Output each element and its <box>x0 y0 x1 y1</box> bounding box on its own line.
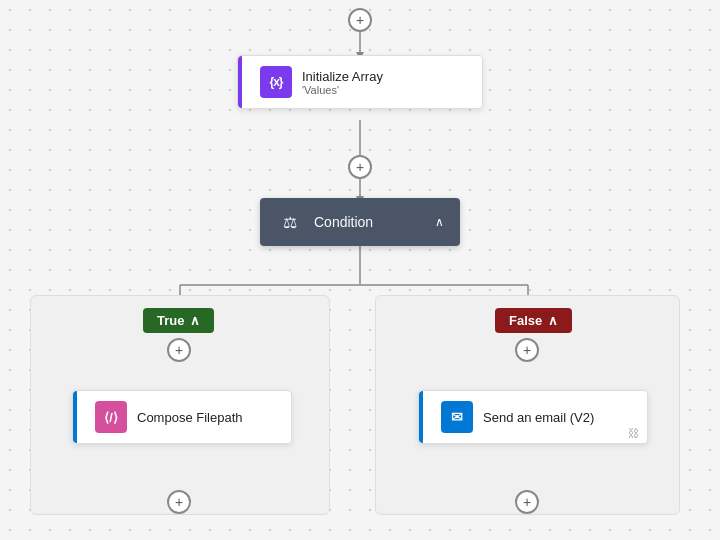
init-array-icon: {x} <box>260 66 292 98</box>
init-array-sublabel: 'Values' <box>302 84 383 96</box>
compose-icon: ⟨/⟩ <box>95 401 127 433</box>
plus-icon: + <box>523 494 531 510</box>
compose-label: Compose Filepath <box>137 410 243 425</box>
email-label: Send an email (V2) <box>483 410 594 425</box>
false-branch-button[interactable]: False ∧ <box>495 308 572 333</box>
true-chevron-icon: ∧ <box>190 313 200 328</box>
flow-canvas: + {x} Initialize Array 'Values' + ⚖ Cond… <box>0 0 720 540</box>
compose-bottom-add-button[interactable]: + <box>167 490 191 514</box>
plus-icon: + <box>523 342 531 358</box>
mid-add-button[interactable]: + <box>348 155 372 179</box>
email-link-icon: ⛓ <box>628 427 639 439</box>
condition-node[interactable]: ⚖ Condition ∧ <box>260 198 460 246</box>
false-chevron-icon: ∧ <box>548 313 558 328</box>
false-add-button[interactable]: + <box>515 338 539 362</box>
true-branch-label: True <box>157 313 184 328</box>
true-add-button[interactable]: + <box>167 338 191 362</box>
send-email-node[interactable]: ✉ Send an email (V2) ⛓ <box>418 390 648 444</box>
initialize-array-node[interactable]: {x} Initialize Array 'Values' <box>237 55 483 109</box>
email-icon: ✉ <box>441 401 473 433</box>
init-array-label: Initialize Array <box>302 69 383 84</box>
init-array-text: Initialize Array 'Values' <box>302 69 383 96</box>
condition-chevron-icon: ∧ <box>435 215 444 229</box>
node-left-bar <box>238 56 242 108</box>
plus-icon: + <box>356 159 364 175</box>
condition-icon: ⚖ <box>276 208 304 236</box>
true-branch-button[interactable]: True ∧ <box>143 308 214 333</box>
compose-left-bar <box>73 391 77 443</box>
plus-icon: + <box>175 494 183 510</box>
top-add-button[interactable]: + <box>348 8 372 32</box>
email-bottom-add-button[interactable]: + <box>515 490 539 514</box>
compose-filepath-node[interactable]: ⟨/⟩ Compose Filepath <box>72 390 292 444</box>
email-text: Send an email (V2) <box>483 410 594 425</box>
condition-label: Condition <box>314 214 425 230</box>
false-branch-label: False <box>509 313 542 328</box>
plus-icon: + <box>356 12 364 28</box>
email-left-bar <box>419 391 423 443</box>
plus-icon: + <box>175 342 183 358</box>
